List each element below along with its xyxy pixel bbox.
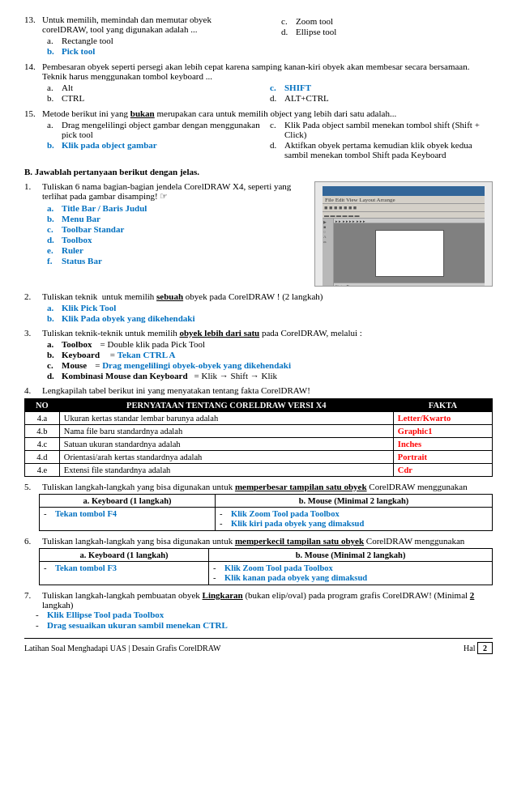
eq: = Tekan CTRL A [108,350,175,359]
dash-item: - Tekan tombol F3 [44,563,204,572]
answer-item: d. Kombinasi Mouse dan Keyboard = Klik →… [47,371,493,380]
dash-item: - Klik kanan pada obyek yang dimaksud [213,573,488,582]
bq3-question: 3. Tuliskan teknik-teknik untuk memilih … [24,328,493,338]
cell-pernyataan: Satuan ukuran standardnya adalah [59,438,393,451]
eq: = Double klik pada Pick Tool [100,339,206,349]
bq2-answers: a. Klik Pick Tool b. Klik Pada obyek yan… [47,303,493,323]
cell-pernyataan: Ukuran kertas standar lembar barunya ada… [59,412,393,425]
answer-label: c. [281,16,293,26]
answer-item: a. Klik Pick Tool [47,303,493,312]
answer-label: f. [47,256,58,266]
bq4-question: 4. Lengkapilah tabel berikut ini yang me… [24,385,493,395]
answer-label: c. [270,83,281,92]
bq3-num: 3. [24,328,39,338]
q13-answers: a. Rectangle tool b. Pick tool [47,36,258,56]
answer-key: Keyboard [62,350,100,359]
mouse-cell: - Klik Zoom Tool pada Toolbox - Klik kir… [216,508,493,531]
answer-item: a. Alt [47,83,270,92]
step-text: Klik Ellipse Tool pada Toolbox [47,610,164,619]
dash-item: - Drag sesuaikan ukuran sambil menekan C… [36,620,493,630]
bq7-question: 7. Tuliskan langkah-langkah pembuatan ob… [24,590,493,610]
kb-header: a. Keyboard (1 langkah) [40,495,216,508]
bq5-num: 5. [24,482,39,491]
kb-cell: - Tekan tombol F3 [40,562,209,585]
bq3: 3. Tuliskan teknik-teknik untuk memilih … [24,328,493,380]
mouse-header: b. Mouse (Minimal 2 langkah) [216,495,493,508]
answer-label: d. [281,27,293,36]
answer-item: a. Rectangle tool [47,36,258,45]
answer-text: Klik Pada obyek yang dikehendaki [62,313,194,323]
answer-text: Ruler [62,245,83,255]
question-13: 13. Untuk memilih, memindah dan memutar … [24,15,493,57]
dash: - [220,519,228,528]
answer-label: d. [47,235,58,244]
answer-key: Toolbox [62,339,92,349]
answer-label: b. [47,313,58,323]
step-text: Klik kiri pada obyek yang dimaksud [231,519,364,528]
answer-item: d. Toolbox [47,235,308,244]
answer-text: Klik Pick Tool [62,303,116,312]
bq5-table-wrap: a. Keyboard (1 langkah) b. Mouse (Minima… [39,494,493,531]
bq2-question: 2. Tuliskan teknik untuk memilih sebuah … [24,291,493,301]
answer-item: b. Menu Bar [47,214,308,223]
question-14: 14. Pembesaran obyek seperti persegi aka… [24,62,493,104]
answer-item: c. Toolbar Standar [47,224,308,234]
answer-item: b. CTRL [47,93,270,103]
cell-no: 4.d [25,451,60,464]
dash-item: - Klik Zoom Tool pada Toolbox [220,509,488,518]
q14-answers: a. Alt b. CTRL c. SHIFT d. ALT+C [47,83,493,104]
q14-text: Pembesaran obyek seperti persegi akan le… [42,62,493,81]
col-fakta: FAKTA [393,399,492,412]
step-text: Tekan tombol F4 [55,509,117,518]
cell-fakta: Portrait [393,451,492,464]
bq2-text: Tuliskan teknik untuk memilih sebuah oby… [42,291,493,301]
q13-question: 13. Untuk memilih, memindah dan memutar … [24,15,258,34]
col-pernyataan: PERNYATAAN TENTANG CORELDRAW VERSI X4 [59,399,393,412]
mouse-cell: - Klik Zoom Tool pada Toolbox - Klik kan… [209,562,493,585]
step-text: Klik Zoom Tool pada Toolbox [231,509,340,518]
bq3-text: Tuliskan teknik-teknik untuk memilih oby… [42,328,493,338]
bq7: 7. Tuliskan langkah-langkah pembuatan ob… [24,590,493,630]
q15-num: 15. [24,108,39,118]
dash-item: - Klik Ellipse Tool pada Toolbox [36,610,493,619]
answer-text-highlight: SHIFT [284,83,311,92]
answer-label: a. [47,83,58,92]
dash: - [44,509,52,518]
bq5-question: 5. Tuliskan langkah-langkah yang bisa di… [24,482,493,491]
dash: - [213,573,221,582]
footer-left: Latihan Soal Menghadapi UAS | Desain Gra… [24,644,221,653]
bq5-text: Tuliskan langkah-langkah yang bisa digun… [42,482,493,491]
footer-right: Hal 2 [464,642,493,654]
bq1-answers: a. Title Bar / Baris Judul b. Menu Bar c… [47,203,308,266]
answer-item: d. ALT+CTRL [270,93,493,103]
bq1-num: 1. [24,181,39,202]
answer-item: e. Ruler [47,245,308,255]
bq6-table-wrap: a. Keyboard (1 langkah) b. Mouse (Minima… [39,548,493,585]
step-text: Klik kanan pada obyek yang dimaksud [224,573,367,582]
kb-header: a. Keyboard (1 langkah) [40,549,209,562]
bq1: 1. Tuliskan 6 nama bagian-bagian jendela… [24,181,493,287]
cell-no: 4.a [25,412,60,425]
answer-item: b. Klik Pada obyek yang dikehendaki [47,313,493,323]
answer-text: Title Bar / Baris Judul [62,203,147,213]
cell-pernyataan: Nama file baru standardnya adalah [59,425,393,438]
footer: Latihan Soal Menghadapi UAS | Desain Gra… [24,638,493,654]
q13-answers-right: c. Zoom tool d. Ellipse tool [281,16,493,36]
section-b-header: B. Jawablah pertanyaan berikut dengan je… [24,167,493,176]
ss-body: ▶ ■ ○ A ✏ ▸ ▸ ▸ ▸ ▸ ▸ ▸ ▸ ▸ [323,219,485,287]
bq4-num: 4. [24,385,39,395]
bq7-text: Tuliskan langkah-langkah pembuatan obyek… [42,590,493,610]
page-content: 13. Untuk memilih, memindah dan memutar … [24,15,493,654]
answer-label: a. [47,120,58,139]
bq4-text: Lengkapilah tabel berikut ini yang menya… [42,385,493,395]
coreldraw-screenshot: File Edit View Layout Arrange ■ ■ ■ ■ ■ … [314,181,493,287]
answer-text: Zoom tool [296,16,333,26]
answer-item: c. SHIFT [270,83,493,92]
answer-label: b. [47,46,58,56]
answer-text: Status Bar [62,256,102,266]
q13-text: Untuk memilih, memindah dan memutar obye… [42,15,258,34]
answer-item: b. Keyboard = Tekan CTRL A [47,350,493,359]
dash: - [220,509,228,518]
answer-item: c. Klik Pada object sambil menekan tombo… [270,120,493,139]
answer-label: a. [47,203,58,213]
